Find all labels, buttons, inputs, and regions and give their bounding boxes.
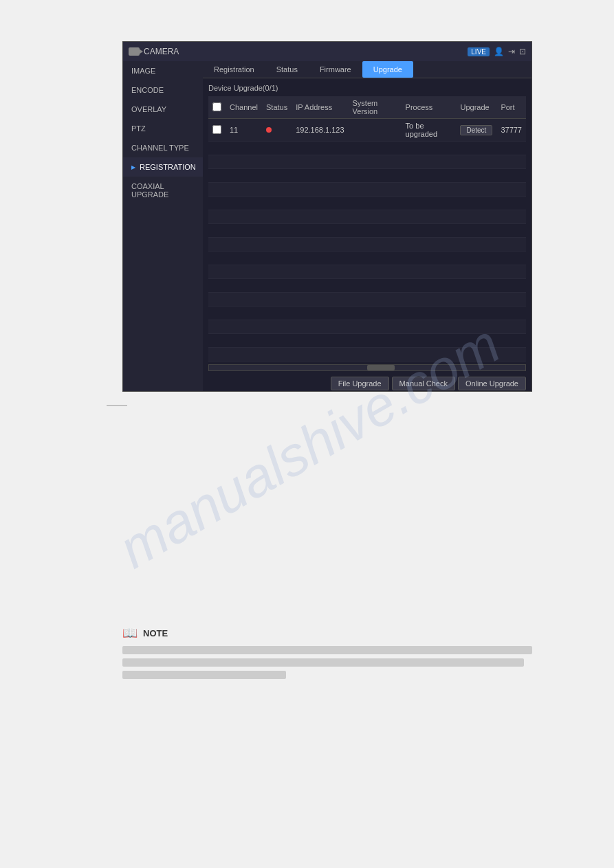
sidebar: IMAGE ENCODE OVERLAY PTZ CHANNEL TYPE RE…	[123, 61, 203, 391]
row-process: To be upgraded	[402, 119, 457, 142]
sidebar-item-ptz[interactable]: PTZ	[123, 119, 203, 138]
table-row	[208, 279, 526, 293]
table-row	[208, 293, 526, 307]
sidebar-label-encode: ENCODE	[131, 86, 164, 94]
status-dot-red	[266, 127, 272, 133]
file-upgrade-button[interactable]: File Upgrade	[331, 377, 389, 390]
tab-registration[interactable]: Registration	[203, 61, 265, 78]
table-row	[208, 169, 526, 183]
tabs: Registration Status Firmware Upgrade	[203, 61, 531, 78]
row-system-version	[349, 119, 402, 142]
sidebar-label-coaxial-upgrade: COAXIAL UPGRADE	[131, 182, 195, 199]
note-line-3	[122, 671, 286, 679]
logout-icon[interactable]: ⇥	[508, 47, 515, 56]
col-checkbox	[208, 96, 226, 119]
row-checkbox[interactable]	[212, 125, 221, 134]
sidebar-label-image: IMAGE	[131, 67, 155, 75]
col-ip-address: IP Address	[292, 96, 348, 119]
content-area: IMAGE ENCODE OVERLAY PTZ CHANNEL TYPE RE…	[123, 61, 531, 391]
sidebar-label-channel-type: CHANNEL TYPE	[131, 144, 189, 152]
window-title: CAMERA	[144, 47, 179, 56]
table-row	[208, 348, 526, 361]
table-row	[208, 197, 526, 210]
sidebar-label-ptz: PTZ	[131, 124, 146, 133]
sidebar-label-overlay: OVERLAY	[131, 105, 166, 113]
horizontal-scrollbar[interactable]	[208, 364, 526, 371]
row-checkbox-cell	[208, 119, 226, 142]
panel-content: Device Upgrade(0/1) Channel Status IP Ad…	[203, 78, 531, 399]
camera-icon	[129, 47, 140, 56]
row-upgrade-btn-cell: Detect	[456, 119, 496, 142]
tab-status[interactable]: Status	[265, 61, 309, 78]
row-port: 37777	[496, 119, 526, 142]
sidebar-item-registration[interactable]: REGISTRATION	[123, 157, 203, 177]
online-upgrade-button[interactable]: Online Upgrade	[458, 377, 526, 390]
table-row	[208, 142, 526, 155]
note-section: 📖 NOTE	[122, 625, 532, 683]
note-line-2	[122, 658, 524, 667]
sidebar-label-registration: REGISTRATION	[140, 163, 196, 171]
manual-check-button[interactable]: Manual Check	[392, 377, 455, 390]
col-process: Process	[402, 96, 457, 119]
col-system-version: System Version	[349, 96, 402, 119]
sidebar-item-channel-type[interactable]: CHANNEL TYPE	[123, 138, 203, 157]
note-line-1	[122, 646, 532, 654]
note-title: NOTE	[143, 628, 168, 638]
table-row	[208, 334, 526, 348]
table-row	[208, 320, 526, 334]
table-row	[208, 183, 526, 197]
title-bar-right: LIVE 👤 ⇥ ⊡	[468, 47, 526, 56]
detect-button[interactable]: Detect	[460, 125, 492, 135]
title-bar: CAMERA LIVE 👤 ⇥ ⊡	[123, 42, 531, 61]
row-channel: 11	[226, 119, 262, 142]
table-row	[208, 307, 526, 320]
sidebar-item-encode[interactable]: ENCODE	[123, 80, 203, 100]
table-row	[208, 224, 526, 238]
row-ip: 192.168.1.123	[292, 119, 348, 142]
row-status	[262, 119, 292, 142]
table-container: Channel Status IP Address System Version…	[208, 96, 526, 361]
section-title: Device Upgrade(0/1)	[208, 84, 526, 92]
live-badge: LIVE	[468, 47, 490, 56]
col-upgrade: Upgrade	[456, 96, 496, 119]
upgrade-table: Channel Status IP Address System Version…	[208, 96, 526, 361]
table-header-row: Channel Status IP Address System Version…	[208, 96, 526, 119]
title-bar-left: CAMERA	[129, 47, 179, 56]
table-row	[208, 252, 526, 265]
table-row	[208, 265, 526, 279]
col-status: Status	[262, 96, 292, 119]
note-header: 📖 NOTE	[122, 625, 532, 641]
table-row	[208, 210, 526, 224]
col-channel: Channel	[226, 96, 262, 119]
user-icon[interactable]: 👤	[494, 47, 504, 56]
select-all-checkbox[interactable]	[212, 102, 221, 111]
bottom-buttons: File Upgrade Manual Check Online Upgrade	[208, 374, 526, 393]
tab-upgrade[interactable]: Upgrade	[362, 61, 413, 78]
col-port: Port	[496, 96, 526, 119]
sidebar-item-overlay[interactable]: OVERLAY	[123, 100, 203, 119]
tab-firmware[interactable]: Firmware	[309, 61, 362, 78]
main-panel: Registration Status Firmware Upgrade Dev…	[203, 61, 531, 391]
camera-window: CAMERA LIVE 👤 ⇥ ⊡ IMAGE ENCODE OVERLAY P…	[122, 41, 532, 392]
sidebar-item-coaxial-upgrade[interactable]: COAXIAL UPGRADE	[123, 177, 203, 204]
scroll-thumb[interactable]	[367, 365, 395, 370]
separator-line	[107, 405, 127, 406]
table-row	[208, 155, 526, 169]
expand-icon[interactable]: ⊡	[519, 47, 526, 56]
sidebar-item-image[interactable]: IMAGE	[123, 61, 203, 80]
table-row: 11 192.168.1.123 To be upgraded Detect 3…	[208, 119, 526, 142]
note-book-icon: 📖	[122, 625, 138, 641]
table-row	[208, 238, 526, 252]
